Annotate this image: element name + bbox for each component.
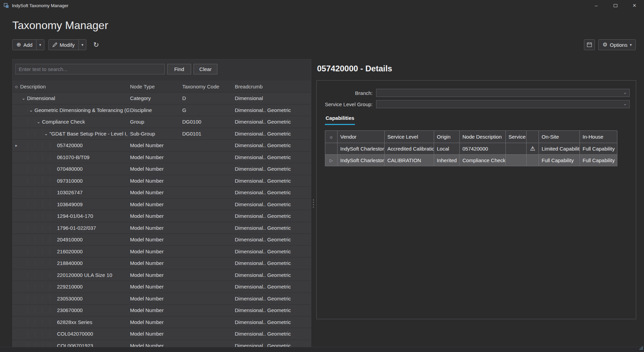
tree-node-label: 1796-01-022/037 (57, 225, 96, 231)
capabilities-row[interactable]: ▷IndySoft CharlestonCALIBRATIONInherited… (325, 155, 617, 166)
capabilities-column-header[interactable]: Vendor (338, 131, 385, 143)
tree-cell-taxonomy-code: DG0100 (182, 119, 234, 125)
tree-collapse-icon[interactable]: ⌄ (20, 96, 27, 101)
capabilities-column-header[interactable] (527, 131, 539, 143)
app-icon (4, 3, 9, 8)
date-picker-button[interactable] (584, 39, 595, 50)
tree-node-label: 103649009 (57, 201, 83, 207)
tree-indent-guide (43, 237, 50, 242)
tree-row[interactable]: 097310000Model NumberDimensional.. Geome… (13, 175, 311, 187)
capabilities-row[interactable]: IndySoft CharlestonAccredited Calibratio… (325, 143, 617, 155)
details-title: 057420000 - Details (317, 64, 636, 73)
tree-indent-guide (28, 343, 35, 347)
service-level-group-select[interactable]: ⌄ (376, 100, 630, 108)
window-title: IndySoft Taxonomy Manager (12, 3, 68, 8)
tree-cell-node-type: Model Number (129, 213, 182, 219)
branch-select[interactable]: ⌄ (376, 89, 630, 97)
capabilities-column-header[interactable]: Service Level (385, 131, 434, 143)
tree-collapse-icon[interactable]: ⌄ (35, 119, 42, 124)
capability-origin: Local (434, 143, 460, 155)
tree-row[interactable]: 061070-B/T09Model NumberDimensional.. Ge… (13, 152, 311, 164)
capabilities-column-header[interactable]: Node Description (460, 131, 506, 143)
tree-row[interactable]: 103649009Model NumberDimensional.. Geome… (13, 199, 311, 211)
tree-row[interactable]: ▸057420000Model NumberDimensional.. Geom… (13, 140, 311, 152)
tree-indent-guide (43, 225, 50, 231)
tree-indent-guide (20, 178, 28, 184)
tree-node-label: 097310000 (57, 178, 83, 184)
tree-cell-description: 204910000 (20, 237, 129, 242)
tree-cell-description: 061070-B/T09 (20, 154, 129, 160)
tree-indent-guide (43, 154, 50, 160)
tree-indent-guide (43, 178, 50, 184)
capabilities-column-header[interactable]: Service (506, 131, 527, 143)
tree-row[interactable]: 204910000Model NumberDimensional.. Geome… (13, 234, 311, 246)
tree-row[interactable]: ⌄"GD&T Base Setup Price - Level I, NonSu… (13, 128, 311, 140)
tree-row[interactable]: ⌄Compliance CheckGroupDG0100Dimensional.… (13, 116, 311, 128)
find-button[interactable]: Find (167, 64, 191, 74)
tree-cell-node-type: Model Number (129, 166, 182, 172)
modify-button[interactable]: Modify (49, 40, 78, 50)
tree-indent-guide (43, 201, 50, 207)
column-header-taxonomy-code[interactable]: Taxonomy Code (182, 84, 234, 89)
close-button[interactable]: × (625, 0, 644, 11)
details-panel: 057420000 - Details Branch: ⌄ Service Le… (315, 59, 644, 348)
tab-capabilities[interactable]: Capabilities (325, 115, 355, 125)
tree-indent-guide (43, 142, 50, 148)
modify-dropdown-button[interactable]: ▾ (78, 40, 86, 50)
tree-collapse-icon[interactable]: ⌄ (28, 108, 34, 113)
refresh-button[interactable]: ↻ (93, 41, 99, 49)
tree-cell-node-type: Discipline (129, 107, 182, 113)
tree-row[interactable]: 62828xx SeriesModel NumberDimensional.. … (13, 316, 311, 328)
panel-splitter[interactable] (311, 59, 315, 348)
tree-indent-guide (35, 307, 43, 313)
tree-row[interactable]: 1796-01-022/037Model NumberDimensional..… (13, 222, 311, 234)
tree-collapse-icon[interactable]: ⌄ (43, 131, 49, 136)
tree-node-label: 070480000 (57, 166, 83, 172)
column-header-breadcrumb[interactable]: Breadcrumb (234, 84, 311, 89)
tree-indent-guide (35, 249, 43, 254)
maximize-button[interactable] (606, 0, 625, 11)
tree-row[interactable]: ⌄Geometric Dimensioning & Tolerancing (G… (13, 104, 311, 116)
search-input[interactable] (15, 64, 165, 74)
column-header-description[interactable]: Description (20, 84, 129, 89)
clear-button[interactable]: Clear (194, 64, 217, 74)
tree-row[interactable]: 229210000Model NumberDimensional.. Geome… (13, 281, 311, 293)
tree-row[interactable]: 216020000Model NumberDimensional.. Geome… (13, 246, 311, 258)
tree-node-label: 204910000 (57, 237, 83, 242)
tree-indent-guide (28, 189, 35, 195)
tree-indent-guide (35, 237, 43, 242)
add-dropdown-button[interactable]: ▾ (36, 40, 44, 50)
refresh-icon: ↻ (93, 41, 99, 48)
tree-cell-description: 057420000 (20, 142, 129, 148)
tree-indent-guide (20, 249, 28, 254)
tree-row[interactable]: 230530000Model NumberDimensional.. Geome… (13, 293, 311, 305)
tree-row[interactable]: 103026747Model NumberDimensional.. Geome… (13, 187, 311, 199)
capability-on-site: Limited Capability (539, 143, 580, 155)
tree-row[interactable]: COL006701923Model NumberDimensional.. Ge… (13, 340, 311, 348)
column-header-node-type[interactable]: Node Type (129, 84, 182, 89)
tree-indent-guide (43, 319, 50, 325)
tree-node-label: 057420000 (57, 142, 83, 148)
minimize-button[interactable]: – (587, 0, 606, 11)
gear-icon: ⚙ (602, 42, 607, 47)
add-button[interactable]: ⊕ Add (13, 40, 36, 50)
capabilities-column-header[interactable]: In-House (580, 131, 617, 143)
tree-row[interactable]: 230670000Model NumberDimensional.. Geome… (13, 305, 311, 316)
options-button[interactable]: ⚙ Options ▾ (598, 39, 636, 50)
tree-indent-guide (35, 284, 43, 290)
tree-row[interactable]: 1294-01/04-170Model NumberDimensional.. … (13, 210, 311, 222)
tree-indent-guide (28, 331, 35, 337)
column-chooser-icon[interactable]: ☼ (325, 131, 338, 143)
column-chooser-icon[interactable]: ☼ (13, 84, 20, 89)
tree-cell-description: ⌄Compliance Check (20, 119, 129, 125)
resize-grip-icon[interactable] (639, 345, 643, 351)
tree-cell-breadcrumb: Dimensional.. Geometric (234, 331, 311, 337)
tree-row[interactable]: 070480000Model NumberDimensional.. Geome… (13, 163, 311, 175)
tree-row[interactable]: ⌄DimensionalCategoryDDimensional (13, 93, 311, 104)
row-expand-icon[interactable]: ▷ (325, 155, 338, 166)
tree-row[interactable]: 220120000 ULA Size 10Model NumberDimensi… (13, 269, 311, 281)
capabilities-column-header[interactable]: Origin (434, 131, 460, 143)
capabilities-column-header[interactable]: On-Site (539, 131, 580, 143)
tree-row[interactable]: 218840000Model NumberDimensional.. Geome… (13, 257, 311, 269)
tree-row[interactable]: COL042070000Model NumberDimensional.. Ge… (13, 328, 311, 340)
